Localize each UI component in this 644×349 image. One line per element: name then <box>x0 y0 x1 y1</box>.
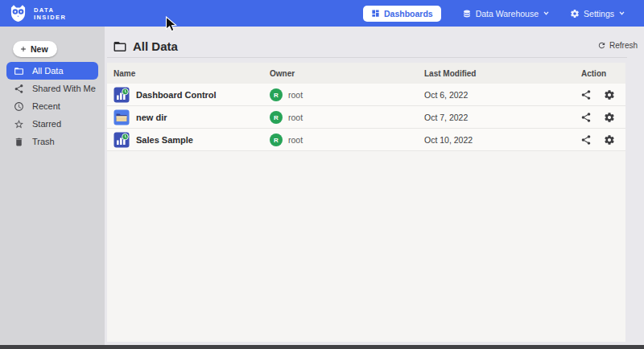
top-navigation: Dashboards Data Warehouse Settings <box>363 0 625 27</box>
dashboard-file-icon <box>114 132 130 148</box>
column-header-action: Action <box>581 69 606 78</box>
file-name[interactable]: new dir <box>136 106 167 129</box>
folder-file-icon <box>114 109 130 125</box>
app-window: DATA INSIDER Dashboards Data Warehouse S… <box>0 0 644 349</box>
header-divider <box>107 57 627 58</box>
chevron-down-icon <box>543 11 549 15</box>
star-icon <box>14 119 24 129</box>
owner-name: root <box>288 129 303 151</box>
owl-logo-icon <box>8 3 28 23</box>
new-button-label: New <box>31 44 48 54</box>
share-action-icon[interactable] <box>580 89 592 101</box>
owner-avatar: R <box>270 133 283 146</box>
gear-action-icon[interactable] <box>604 112 615 123</box>
file-name[interactable]: Sales Sample <box>136 129 193 151</box>
data-warehouse-label: Data Warehouse <box>476 9 539 18</box>
sidebar-item-label: Shared With Me <box>32 84 96 93</box>
column-header-last-modified: Last Modified <box>424 69 476 78</box>
sidebar-item-recent[interactable]: Recent <box>6 97 98 115</box>
clock-icon <box>14 101 24 112</box>
refresh-button[interactable]: Refresh <box>597 41 638 50</box>
file-table: Name Owner Last Modified Action Dashboar… <box>107 63 625 342</box>
refresh-icon <box>597 41 606 50</box>
dashboard-grid-icon <box>371 9 380 18</box>
sidebar-item-label: All Data <box>32 66 64 76</box>
plus-icon <box>19 45 27 53</box>
folder-icon <box>14 66 24 76</box>
share-action-icon[interactable] <box>580 112 592 123</box>
folder-icon <box>113 39 127 54</box>
settings-label: Settings <box>584 9 614 18</box>
brand-logo[interactable]: DATA INSIDER <box>8 3 66 23</box>
owner-avatar: R <box>270 88 283 101</box>
brand-line2: INSIDER <box>34 14 66 21</box>
table-row[interactable]: Dashboard Control R root Oct 6, 2022 <box>107 84 625 106</box>
column-header-owner: Owner <box>270 69 295 78</box>
table-header: Name Owner Last Modified Action <box>107 63 625 84</box>
last-modified-date: Oct 7, 2022 <box>424 106 468 129</box>
brand-name: DATA INSIDER <box>34 6 66 21</box>
sidebar-menu: All Data Shared With Me Recent Starred T… <box>0 62 105 150</box>
sidebar-item-label: Trash <box>32 137 55 146</box>
data-warehouse-menu[interactable]: Data Warehouse <box>462 9 549 18</box>
database-icon <box>462 9 472 18</box>
window-bottom-edge <box>0 345 644 349</box>
share-action-icon[interactable] <box>580 134 592 146</box>
sidebar-item-trash[interactable]: Trash <box>6 133 98 150</box>
gear-action-icon[interactable] <box>604 89 615 101</box>
table-row[interactable]: new dir R root Oct 7, 2022 <box>107 106 625 129</box>
owner-name: root <box>288 106 303 129</box>
page-title: All Data <box>133 39 178 53</box>
sidebar-item-all-data[interactable]: All Data <box>6 62 98 80</box>
dashboards-label: Dashboards <box>384 9 433 18</box>
dashboards-button[interactable]: Dashboards <box>363 6 441 22</box>
settings-menu[interactable]: Settings <box>570 9 625 18</box>
owner-avatar: R <box>270 111 283 124</box>
dashboard-file-icon <box>114 87 130 103</box>
table-body: Dashboard Control R root Oct 6, 2022 <box>107 84 625 151</box>
owner-name: root <box>288 84 303 106</box>
sidebar: New All Data Shared With Me Recent Starr… <box>0 27 105 345</box>
file-name[interactable]: Dashboard Control <box>136 84 217 106</box>
table-row[interactable]: Sales Sample R root Oct 10, 2022 <box>107 129 625 151</box>
share-icon <box>14 84 24 94</box>
gear-action-icon[interactable] <box>604 134 615 146</box>
top-bar: DATA INSIDER Dashboards Data Warehouse S… <box>0 0 644 27</box>
brand-line1: DATA <box>34 6 66 14</box>
chevron-down-icon <box>619 11 625 15</box>
refresh-label: Refresh <box>609 41 638 50</box>
sidebar-item-starred[interactable]: Starred <box>6 115 98 133</box>
last-modified-date: Oct 6, 2022 <box>424 84 468 106</box>
last-modified-date: Oct 10, 2022 <box>424 129 473 151</box>
trash-icon <box>14 137 24 147</box>
gear-icon <box>570 9 580 18</box>
sidebar-item-label: Starred <box>32 119 61 129</box>
new-button[interactable]: New <box>13 41 57 57</box>
mouse-cursor <box>165 16 177 33</box>
column-header-name: Name <box>114 69 135 78</box>
sidebar-item-label: Recent <box>32 101 60 111</box>
sidebar-item-shared-with-me[interactable]: Shared With Me <box>6 80 98 97</box>
